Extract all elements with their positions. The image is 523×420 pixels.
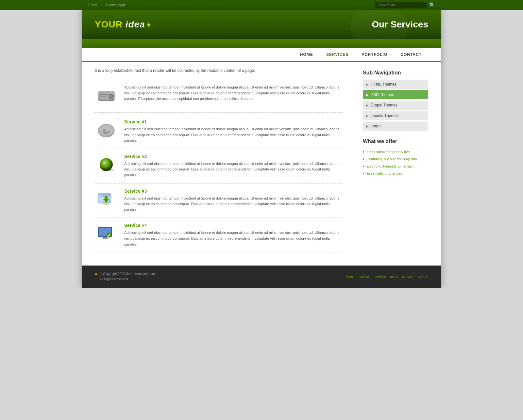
service-icon-3 <box>95 188 118 211</box>
sub-nav-item-1[interactable]: ▶PSD Themes <box>363 90 428 99</box>
what-we-offer: What we offer It has survived not only f… <box>363 138 428 177</box>
service-icon-4 <box>95 223 118 246</box>
service-list: Service #1 Adipiscing elit sed eiusmod t… <box>95 114 343 252</box>
svg-rect-4 <box>100 94 108 95</box>
sub-nav: ▶HTML Themes▶PSD Themes▶Drupal Themes▶Jo… <box>363 80 428 131</box>
sub-nav-label-0: HTML Themes <box>371 82 396 87</box>
what-we-offer-title: What we offer <box>363 138 428 144</box>
sub-nav-label-3: Joomla Themes <box>371 113 398 118</box>
svg-rect-5 <box>100 96 106 97</box>
service-text-1: Service #1 Adipiscing elit sed eiusmod t… <box>124 119 343 144</box>
svg-rect-27 <box>103 237 107 238</box>
sub-nav-item-2[interactable]: ▶Drupal Themes <box>363 101 428 110</box>
service-desc-1: Adipiscing elit sed eiusmod tempor incid… <box>124 126 343 144</box>
service-item-2: Service #2 Adipiscing elit sed eiusmod t… <box>95 149 343 184</box>
sub-nav-title: Sub Navigation <box>363 70 428 76</box>
sub-nav-label-4: Logos <box>371 124 381 128</box>
footer: ◆ © Copyright 2009 dreamtemplate.com. Al… <box>82 266 441 288</box>
service-desc-4: Adipiscing elit sed eiusmod tempor incid… <box>124 230 343 247</box>
nav-services[interactable]: SERVICES <box>320 48 355 61</box>
footer-link-2[interactable]: portfolio <box>375 275 386 279</box>
service-title-1[interactable]: Service #1 <box>124 119 343 124</box>
page-title: Our Services <box>372 19 428 30</box>
sub-nav-arrow-1: ▶ <box>366 93 369 97</box>
first-service-text: Adipiscing elit sed eiusmod tempor incid… <box>124 85 343 102</box>
content-area: It is a long established fact that a rea… <box>95 68 353 252</box>
sub-nav-item-4[interactable]: ▶Logos <box>363 121 428 131</box>
sub-nav-label-1: PSD Themes <box>371 92 394 97</box>
service-item-3: Service #3 Adipiscing elit sed eiusmod t… <box>95 184 343 218</box>
svg-point-16 <box>99 195 100 196</box>
diamond-icon: ◆ <box>95 272 97 276</box>
service-item-1: Service #1 Adipiscing elit sed eiusmod t… <box>95 114 343 149</box>
svg-rect-6 <box>100 98 105 98</box>
sub-nav-item-0[interactable]: ▶HTML Themes <box>363 80 428 89</box>
service-title-2[interactable]: Service #2 <box>124 154 343 159</box>
search-button[interactable]: 🔍 <box>429 2 435 8</box>
service-text-2: Service #2 Adipiscing elit sed eiusmod t… <box>124 154 343 178</box>
offer-item-2: Electronic typesetting, remain. <box>363 163 428 170</box>
sub-nav-item-3[interactable]: ▶Joomla Themes <box>363 111 428 120</box>
footer-copyright: ◆ © Copyright 2009 dreamtemplate.com. Al… <box>95 271 156 282</box>
main-content: It is a long established fact that a rea… <box>82 62 441 266</box>
nav-contact[interactable]: CONTACT <box>394 48 428 61</box>
offer-list: It has survived not only five.Centuries,… <box>363 148 428 177</box>
client-login-link[interactable]: Client Login <box>106 3 125 7</box>
first-service: Adipiscing elit sed eiusmod tempor incid… <box>95 85 343 113</box>
service-item-4: Service #4 Adipiscing elit sed eiusmod t… <box>95 218 343 252</box>
logo-idea: idea <box>126 19 145 29</box>
sub-nav-arrow-3: ▶ <box>366 114 369 118</box>
sub-nav-arrow-2: ▶ <box>366 104 369 107</box>
nav-home[interactable]: HOME <box>294 48 320 61</box>
nav-bar: HOME SERVICES PORTFOLIO CONTACT <box>82 48 441 62</box>
service-title-3[interactable]: Service #3 <box>124 188 343 194</box>
footer-links: homeservicesportfolioaboutcontactrss fee… <box>346 275 428 279</box>
sidebar: Sub Navigation ▶HTML Themes▶PSD Themes▶D… <box>363 68 428 252</box>
footer-link-0[interactable]: home <box>346 275 355 279</box>
svg-rect-23 <box>105 197 107 200</box>
offer-item-3: Essentially unchanged. <box>363 170 428 177</box>
footer-link-4[interactable]: contact <box>402 275 413 279</box>
service-icon-2 <box>95 154 118 177</box>
svg-point-11 <box>102 169 114 171</box>
footer-link-5[interactable]: rss feed <box>416 275 428 279</box>
service-title-4[interactable]: Service #4 <box>124 223 343 228</box>
service-desc-3: Adipiscing elit sed eiusmod tempor incid… <box>124 196 343 213</box>
service-icon-1 <box>95 119 118 142</box>
svg-rect-15 <box>99 194 110 197</box>
offer-item-0: It has survived not only five. <box>363 148 428 155</box>
green-divider-bar <box>82 39 441 48</box>
svg-point-3 <box>110 95 112 97</box>
service-desc-2: Adipiscing elit sed eiusmod tempor incid… <box>124 161 343 178</box>
svg-point-17 <box>101 195 102 196</box>
sub-nav-arrow-0: ▶ <box>366 83 369 86</box>
svg-rect-28 <box>102 238 108 239</box>
offer-item-1: Centuries, but also the leap into. <box>363 155 428 163</box>
logo-your: YOUR <box>95 19 123 29</box>
service-text-3: Service #3 Adipiscing elit sed eiusmod t… <box>124 188 343 213</box>
topbar-divider: | <box>101 3 102 7</box>
sub-nav-label-2: Drupal Themes <box>371 103 397 107</box>
svg-point-9 <box>102 127 110 133</box>
service-text-4: Service #4 Adipiscing elit sed eiusmod t… <box>124 223 343 247</box>
footer-link-1[interactable]: services <box>359 275 371 279</box>
header: YOUR idea✦ Our Services <box>82 10 441 39</box>
hdd-icon <box>95 85 118 107</box>
email-link[interactable]: Email <box>88 3 97 7</box>
nav-portfolio[interactable]: PORTFOLIO <box>355 48 394 61</box>
logo: YOUR idea✦ <box>95 19 152 30</box>
footer-link-3[interactable]: about <box>390 275 398 279</box>
logo-star: ✦ <box>146 22 152 29</box>
intro-text: It is a long established fact that a rea… <box>95 68 343 78</box>
search-input[interactable] <box>375 2 427 8</box>
sub-nav-arrow-4: ▶ <box>366 124 369 128</box>
